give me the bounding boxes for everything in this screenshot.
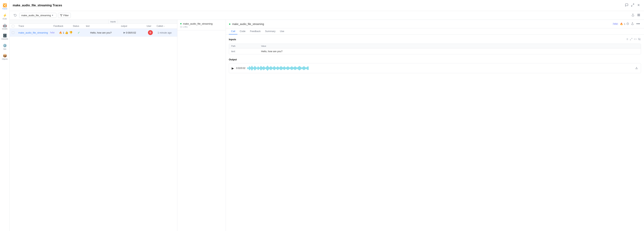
expand-icon-button[interactable] — [630, 2, 635, 8]
layout-button[interactable] — [636, 13, 641, 18]
svg-rect-7 — [639, 14, 640, 15]
svg-rect-9 — [638, 15, 638, 16]
header-actions — [624, 2, 641, 8]
sort-icon: ↓ — [164, 25, 164, 28]
refresh-button[interactable] — [13, 12, 18, 18]
sidebar-item-objects[interactable]: 📦 Objects — [1, 52, 9, 62]
sidebar-item-ops[interactable]: ⚙️ Ops — [1, 42, 9, 52]
table-header: Trace Feedback Status text output User C… — [10, 24, 177, 29]
output-download-button[interactable] — [634, 66, 638, 70]
middle-body — [178, 30, 226, 231]
col-header-output: output — [119, 25, 145, 28]
fire-count: 1 — [63, 31, 64, 34]
subheader-inputs: inputs — [108, 20, 118, 24]
sidebar: 🔀 Traces ⚡ Evals 🤖 Models 🗄️ Datasets ⚙️… — [0, 0, 10, 231]
sidebar-item-datasets-label: Datasets — [2, 38, 8, 40]
fire-icon: 🔥 — [59, 31, 62, 34]
evals-icon: ⚡ — [3, 14, 7, 18]
inputs-table-row: text Hello, how are you? — [229, 48, 641, 54]
trace-selector-value: make_audio_file_streaming — [21, 14, 51, 17]
right-more-button[interactable]: ••• — [635, 22, 641, 26]
col-header-feedback: Feedback — [52, 25, 71, 28]
sidebar-item-models[interactable]: 🤖 Models — [1, 22, 9, 31]
row-text-cell: Hello, how are you? — [88, 30, 122, 36]
col-header-checkbox — [10, 25, 16, 28]
row-user-cell: G — [146, 29, 156, 36]
svg-line-20 — [630, 39, 631, 40]
sidebar-item-datasets[interactable]: 🗄️ Datasets — [1, 32, 9, 41]
tab-feedback[interactable]: Feedback — [248, 28, 263, 34]
right-status-icon: ● — [229, 22, 231, 26]
inputs-hide-button[interactable] — [638, 38, 641, 41]
middle-function-name: make_audio_file_streaming — [183, 22, 212, 25]
table-section: inputs Trace Feedback Status text output… — [10, 20, 178, 231]
panel-content: Inputs — [226, 34, 644, 231]
content-area: inputs Trace Feedback Status text output… — [10, 20, 644, 231]
middle-status-icon: ● — [180, 22, 182, 25]
svg-rect-6 — [638, 14, 638, 15]
middle-panel: ● make_audio_file_streaming 1.86s — [178, 20, 226, 231]
trace-badge: 7e5d — [49, 32, 55, 34]
trace-selector-dropdown[interactable]: make_audio_file_streaming ▾ — [19, 13, 56, 18]
inputs-code-button[interactable] — [634, 38, 637, 41]
tabs: Call Code Feedback Summary Use — [226, 28, 644, 34]
sidebar-item-traces-label: Traces — [2, 8, 7, 10]
row-checkbox-cell — [10, 30, 16, 36]
output-section: Output — [229, 58, 641, 61]
inputs-expand-button[interactable] — [630, 38, 633, 41]
right-clock-icon — [626, 22, 629, 26]
audio-waveform — [247, 65, 633, 72]
right-header: ● make_audio_file_streaming 7e5d 🔥 1 ••• — [226, 20, 644, 28]
right-share-button[interactable] — [630, 22, 634, 26]
right-actions: ••• — [630, 22, 641, 26]
traces-icon: 🔀 — [3, 3, 7, 8]
right-meta: 🔥 1 — [620, 22, 629, 26]
play-icon[interactable]: ▶ — [124, 31, 125, 34]
inputs-list-view-button[interactable] — [625, 38, 629, 41]
output-player: ▶ 0:02/0:02 — [229, 63, 641, 73]
inputs-section-actions — [625, 38, 641, 41]
sidebar-item-ops-label: Ops — [3, 48, 6, 50]
tab-call[interactable]: Call — [229, 28, 238, 34]
output-play-button[interactable]: ▶ — [231, 66, 234, 70]
svg-rect-8 — [639, 15, 640, 16]
share-button[interactable] — [630, 13, 635, 18]
svg-line-1 — [631, 6, 632, 6]
row-status-cell: ✓ — [76, 30, 88, 36]
chevron-down-icon: ▾ — [52, 14, 54, 16]
main-area: make_audio_file_streaming Traces make_au… — [10, 0, 644, 231]
sidebar-item-evals[interactable]: ⚡ Evals — [1, 12, 9, 21]
trace-link[interactable]: make_audio_file_streaming — [18, 31, 48, 34]
filter-button[interactable]: Filter — [58, 13, 71, 18]
right-function-name: make_audio_file_streaming — [232, 22, 611, 26]
close-icon-button[interactable] — [636, 2, 641, 8]
row-trace-cell: make_audio_file_streaming 7e5d — [16, 30, 57, 36]
tab-summary[interactable]: Summary — [263, 28, 278, 34]
objects-icon: 📦 — [3, 54, 7, 58]
inputs-table-header: Path Value — [229, 44, 641, 48]
row-checkbox[interactable] — [12, 31, 14, 34]
col-header-trace: Trace — [16, 25, 52, 28]
col-header-text: text — [84, 25, 119, 28]
inputs-path-cell: text — [229, 48, 259, 54]
select-all-checkbox[interactable] — [12, 25, 14, 28]
table-row[interactable]: make_audio_file_streaming 7e5d 🔥 1 👍 👎 ✓… — [10, 29, 177, 37]
thumbs-down-icon[interactable]: 👎 — [69, 31, 73, 34]
inputs-value-cell: Hello, how are you? — [259, 48, 641, 54]
filter-label: Filter — [63, 14, 69, 17]
user-avatar: G — [148, 30, 153, 35]
thumbs-up-icon[interactable]: 👍 — [65, 31, 68, 34]
output-section-label: Output — [229, 58, 237, 61]
row-output-cell: ▶ 0:00/0:02 — [122, 30, 146, 36]
chat-icon-button[interactable] — [624, 2, 629, 8]
right-badge: 7e5d — [612, 23, 618, 25]
page-title: make_audio_file_streaming Traces — [13, 4, 62, 7]
models-icon: 🤖 — [3, 24, 7, 28]
ops-icon: ⚙️ — [3, 44, 7, 48]
sidebar-item-traces[interactable]: 🔀 Traces — [1, 2, 9, 11]
tab-code[interactable]: Code — [238, 28, 248, 34]
svg-line-0 — [633, 4, 634, 5]
tab-use[interactable]: Use — [278, 28, 286, 34]
sidebar-item-evals-label: Evals — [2, 18, 7, 20]
inputs-col-path: Path — [229, 44, 259, 48]
